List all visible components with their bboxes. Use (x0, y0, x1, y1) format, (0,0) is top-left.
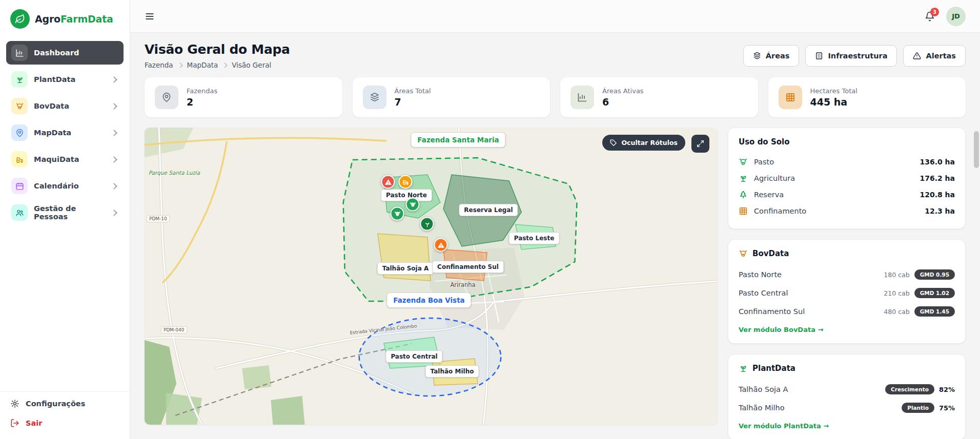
map-marker-maquina[interactable] (399, 175, 413, 189)
map[interactable]: Fazenda Santa Maria Fazenda Boa Vista Pa… (145, 128, 718, 425)
alert-triangle-icon (384, 178, 392, 185)
hamburger-menu-icon[interactable] (145, 11, 155, 22)
map-label-confinamento-sul[interactable]: Confinamento Sul (432, 261, 504, 273)
gmd-badge: GMD 0.95 (914, 269, 955, 280)
chevron-right-icon (111, 210, 117, 216)
tag-icon (610, 139, 617, 147)
settings-label: Configurações (26, 400, 85, 408)
sidebar-item-plantdata[interactable]: PlantData (6, 68, 124, 91)
soil-row-agricultura: Agricultura 176.2 ha (739, 170, 955, 186)
page-scrollbar[interactable] (974, 33, 979, 439)
tractor-icon (402, 178, 409, 185)
stat-label: Áreas Ativas (602, 87, 644, 95)
sidebar-item-bovdata[interactable]: BovData (6, 94, 124, 118)
map-label-pasto-norte[interactable]: Pasto Norte (381, 189, 432, 201)
stat-label: Áreas Total (395, 87, 431, 95)
main-area: 3 JD Visão Geral do Mapa Fazenda MapData… (130, 0, 980, 439)
chevron-right-icon (111, 76, 117, 83)
soil-value: 12.3 ha (925, 207, 955, 215)
map-fullscreen-button[interactable] (691, 135, 709, 153)
panel-plantdata: PlantData Talhão Soja A Crescimento 82% … (728, 354, 966, 439)
bov-row-count: 180 cab (884, 271, 909, 279)
map-marker-alert[interactable] (434, 238, 448, 252)
map-marker-cow[interactable] (406, 198, 420, 212)
sprout-icon (423, 220, 431, 227)
tractor-icon (11, 151, 28, 168)
topbar-right: 3 JD (925, 7, 966, 26)
panel-title-text: PlantData (752, 364, 795, 373)
alertas-button[interactable]: Alertas (903, 45, 966, 67)
sidebar-item-label: Dashboard (34, 49, 118, 57)
layers-icon (753, 52, 761, 60)
map-label-pasto-central[interactable]: Pasto Central (385, 350, 442, 363)
chevron-right-icon (111, 183, 117, 190)
soil-label: Confinamento (754, 207, 919, 215)
gmd-badge: GMD 1.02 (914, 288, 955, 298)
avatar[interactable]: JD (946, 7, 966, 26)
topbar: 3 JD (130, 0, 980, 33)
chart-icon (570, 86, 594, 109)
soil-label: Pasto (754, 158, 914, 166)
grid-icon (779, 86, 802, 109)
chevron-right-icon (177, 62, 182, 68)
soil-label: Reserva (754, 191, 914, 199)
infraestrutura-button-label: Infraestrutura (828, 52, 887, 60)
sprout-icon (11, 71, 28, 88)
map-marker-cow[interactable] (391, 207, 404, 221)
page-head: Visão Geral do Mapa Fazenda MapData Visã… (145, 42, 966, 69)
map-label-fazenda-boa-vista[interactable]: Fazenda Boa Vista (386, 292, 471, 308)
map-label-reserva-legal[interactable]: Reserva Legal (459, 204, 518, 216)
stat-value: 6 (602, 96, 644, 108)
layers-icon (363, 86, 386, 109)
map-label-talhao-soja-a[interactable]: Talhão Soja A (377, 262, 434, 275)
bov-row-label: Pasto Norte (739, 270, 884, 279)
map-label-talhao-milho[interactable]: Talhão Milho (425, 365, 479, 378)
toggle-labels-label: Ocultar Rótulos (621, 139, 678, 147)
cow-icon (739, 249, 748, 258)
stat-value: 7 (395, 96, 431, 108)
cow-icon (739, 157, 748, 166)
map-label-pasto-leste[interactable]: Pasto Leste (509, 232, 560, 244)
sidebar-item-label: Calendário (34, 182, 106, 190)
plant-row-percent: 75% (939, 404, 955, 412)
breadcrumb-item[interactable]: MapData (187, 61, 218, 69)
settings-button[interactable]: Configurações (10, 399, 119, 408)
breadcrumb-item[interactable]: Fazenda (145, 61, 173, 69)
sidebar: AgroFarmData Dashboard PlantData B (0, 0, 130, 439)
toggle-labels-button[interactable]: Ocultar Rótulos (602, 135, 685, 151)
map-marker-alert[interactable] (381, 175, 395, 189)
sidebar-item-gestao-pessoas[interactable]: Gestão de Pessoas (6, 201, 124, 224)
soil-row-confinamento: Confinamento 12.3 ha (739, 203, 955, 219)
cow-icon (394, 210, 401, 217)
bovdata-module-link[interactable]: Ver módulo BovData → (739, 326, 823, 333)
sidebar-item-dashboard[interactable]: Dashboard (6, 41, 124, 65)
map-label-fazenda-santa-maria[interactable]: Fazenda Santa Maria (411, 132, 505, 148)
sidebar-nav: Dashboard PlantData BovData M (0, 37, 130, 391)
chevron-right-icon (222, 62, 228, 68)
brand: AgroFarmData (0, 0, 130, 37)
plant-row: Talhão Milho Plantio 75% (739, 399, 955, 417)
notifications-button[interactable]: 3 (925, 11, 935, 22)
sidebar-item-calendario[interactable]: Calendário (6, 174, 124, 198)
logout-button[interactable]: Sair (10, 419, 119, 428)
sidebar-item-maquidata[interactable]: MaquiData (6, 148, 124, 171)
panel-title-text: BovData (752, 249, 789, 258)
alertas-button-label: Alertas (926, 52, 956, 60)
infraestrutura-button[interactable]: Infraestrutura (805, 45, 897, 67)
map-road-label-pdm10: PDM-10 (147, 215, 170, 222)
plantdata-module-link[interactable]: Ver módulo PlantData → (739, 422, 829, 430)
cow-icon (409, 201, 416, 208)
breadcrumb-item[interactable]: Visão Geral (232, 61, 271, 69)
gear-icon (10, 399, 19, 408)
head-actions: Áreas Infraestrutura Alertas (743, 45, 966, 67)
bov-row: Pasto Central 210 cab GMD 1.02 (739, 284, 955, 302)
sidebar-item-mapdata[interactable]: MapData (6, 121, 124, 144)
stage-badge: Crescimento (885, 384, 934, 394)
page-scrollbar-thumb[interactable] (974, 131, 979, 168)
panel-uso-do-solo: Uso do Solo Pasto 136.0 ha Agricultura 1… (728, 128, 966, 229)
app-root: AgroFarmData Dashboard PlantData B (0, 0, 980, 439)
plant-row-label: Talhão Milho (739, 404, 902, 412)
map-pin-icon (11, 124, 28, 141)
map-marker-plant[interactable] (420, 217, 434, 231)
areas-button[interactable]: Áreas (743, 45, 800, 67)
